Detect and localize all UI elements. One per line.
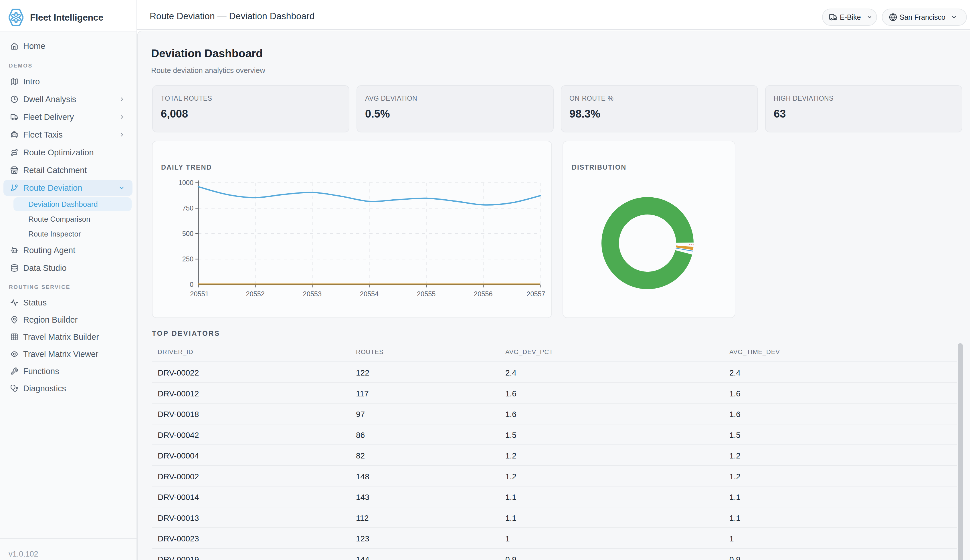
svg-text:0: 0 <box>190 281 194 288</box>
svg-text:20554: 20554 <box>360 290 379 298</box>
svg-text:250: 250 <box>182 255 194 263</box>
svg-text:500: 500 <box>182 230 194 237</box>
svg-text:20555: 20555 <box>417 290 436 298</box>
svg-text:20553: 20553 <box>303 290 322 298</box>
svg-text:20557: 20557 <box>526 290 545 298</box>
svg-text:20552: 20552 <box>246 290 265 298</box>
svg-text:20551: 20551 <box>190 290 209 298</box>
svg-text:1000: 1000 <box>179 179 194 187</box>
svg-text:20556: 20556 <box>474 290 493 298</box>
svg-text:750: 750 <box>182 205 194 212</box>
